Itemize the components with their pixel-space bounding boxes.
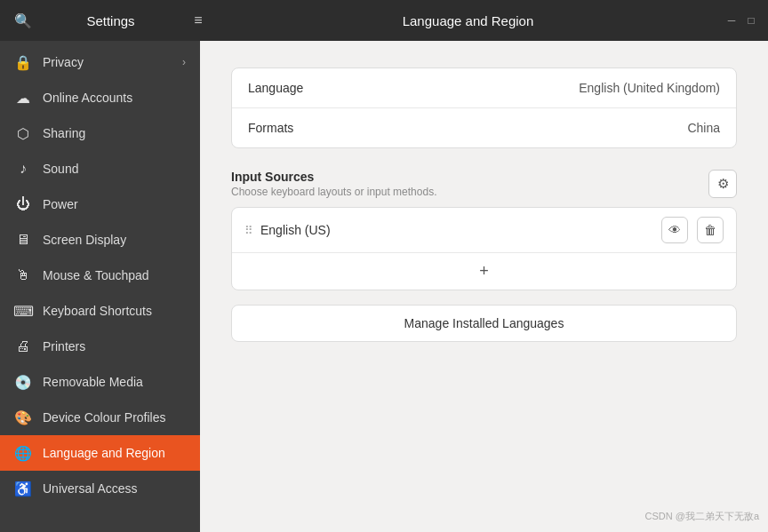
- app-title: Settings: [43, 13, 179, 28]
- privacy-icon: 🔒: [14, 53, 32, 71]
- removable-media-icon: 💿: [14, 373, 32, 391]
- chevron-right-icon: ›: [182, 56, 186, 68]
- delete-input-source-button[interactable]: 🗑: [697, 217, 724, 243]
- input-sources-gear-button[interactable]: ⚙: [708, 170, 737, 198]
- titlebar-center: Language and Region: [211, 13, 725, 28]
- formats-label: Formats: [248, 121, 687, 135]
- page-title: Language and Region: [403, 13, 534, 28]
- titlebar-right: ─ □: [725, 14, 757, 27]
- titlebar-left: 🔍 Settings ≡: [11, 8, 211, 33]
- gear-icon: ⚙: [717, 176, 729, 192]
- sidebar-item-universal-access[interactable]: ♿ Universal Access: [0, 471, 200, 506]
- sidebar-label-universal-access: Universal Access: [43, 481, 186, 496]
- sidebar-item-device-colour-profiles[interactable]: 🎨 Device Colour Profiles: [0, 400, 200, 435]
- input-source-row-english-us: ⠿ English (US) 👁 🗑: [232, 208, 736, 253]
- power-icon: ⏻: [14, 195, 32, 213]
- printers-icon: 🖨: [14, 337, 32, 355]
- language-value: English (United Kingdom): [579, 81, 720, 95]
- sidebar-item-online-accounts[interactable]: ☁ Online Accounts: [0, 80, 200, 115]
- online-accounts-icon: ☁: [14, 89, 32, 107]
- sidebar-label-power: Power: [43, 197, 186, 211]
- language-icon: 🌐: [14, 444, 32, 462]
- main-layout: 🔒 Privacy › ☁ Online Accounts ⬡ Sharing …: [0, 41, 768, 532]
- trash-icon: 🗑: [704, 223, 716, 237]
- language-formats-card: Language English (United Kingdom) Format…: [231, 67, 737, 148]
- sound-icon: ♪: [14, 160, 32, 178]
- add-input-source-button[interactable]: +: [232, 253, 736, 290]
- sidebar: 🔒 Privacy › ☁ Online Accounts ⬡ Sharing …: [0, 41, 200, 532]
- maximize-button[interactable]: □: [745, 14, 757, 27]
- eye-icon: 👁: [668, 223, 681, 237]
- sidebar-item-removable-media[interactable]: 💿 Removable Media: [0, 364, 200, 400]
- mouse-icon: 🖱: [14, 266, 32, 284]
- search-button[interactable]: 🔍: [11, 8, 36, 33]
- sidebar-item-power[interactable]: ⏻ Power: [0, 187, 200, 222]
- add-icon: +: [479, 262, 489, 281]
- input-sources-subtitle: Choose keyboard layouts or input methods…: [231, 186, 436, 198]
- sidebar-label-language-and-region: Language and Region: [43, 446, 186, 460]
- sidebar-item-privacy[interactable]: 🔒 Privacy ›: [0, 44, 200, 80]
- sidebar-label-mouse-touchpad: Mouse & Touchpad: [43, 268, 186, 282]
- input-sources-card: ⠿ English (US) 👁 🗑 +: [231, 207, 737, 290]
- input-sources-title: Input Sources: [231, 170, 436, 184]
- sidebar-item-language-and-region[interactable]: 🌐 Language and Region: [0, 435, 200, 471]
- sidebar-label-device-colour-profiles: Device Colour Profiles: [43, 410, 186, 425]
- input-sources-text: Input Sources Choose keyboard layouts or…: [231, 170, 436, 198]
- sidebar-label-removable-media: Removable Media: [43, 375, 186, 389]
- input-source-name: English (US): [260, 223, 652, 237]
- screen-display-icon: 🖥: [14, 231, 32, 249]
- search-icon: 🔍: [14, 12, 32, 29]
- universal-access-icon: ♿: [14, 480, 32, 497]
- sidebar-item-printers[interactable]: 🖨 Printers: [0, 329, 200, 364]
- sidebar-item-sound[interactable]: ♪ Sound: [0, 151, 200, 187]
- sidebar-label-screen-display: Screen Display: [43, 233, 186, 247]
- sidebar-label-online-accounts: Online Accounts: [43, 91, 186, 105]
- formats-row: Formats China: [232, 108, 736, 147]
- drag-handle-icon[interactable]: ⠿: [244, 224, 252, 237]
- keyboard-icon: ⌨: [14, 302, 32, 320]
- watermark: CSDN @我二弟天下无敌a: [644, 510, 759, 523]
- sidebar-label-keyboard-shortcuts: Keyboard Shortcuts: [43, 304, 186, 318]
- menu-icon: ≡: [194, 12, 202, 28]
- minimize-button[interactable]: ─: [725, 14, 738, 27]
- formats-value: China: [687, 121, 720, 135]
- content-area: Language English (United Kingdom) Format…: [200, 41, 768, 532]
- language-label: Language: [248, 81, 579, 95]
- manage-installed-languages-button[interactable]: Manage Installed Languages: [231, 305, 737, 342]
- sidebar-item-mouse-touchpad[interactable]: 🖱 Mouse & Touchpad: [0, 258, 200, 293]
- sidebar-item-screen-display[interactable]: 🖥 Screen Display: [0, 222, 200, 258]
- input-sources-header: Input Sources Choose keyboard layouts or…: [231, 170, 737, 198]
- sidebar-label-sharing: Sharing: [43, 126, 186, 140]
- sidebar-label-privacy: Privacy: [43, 55, 172, 69]
- language-row: Language English (United Kingdom): [232, 68, 736, 108]
- titlebar: 🔍 Settings ≡ Language and Region ─ □: [0, 0, 768, 41]
- device-colour-icon: 🎨: [14, 409, 32, 426]
- sidebar-label-printers: Printers: [43, 339, 186, 353]
- sidebar-label-sound: Sound: [43, 162, 186, 176]
- sharing-icon: ⬡: [14, 124, 32, 142]
- sidebar-item-sharing[interactable]: ⬡ Sharing: [0, 115, 200, 151]
- menu-button[interactable]: ≡: [186, 8, 211, 33]
- sidebar-item-keyboard-shortcuts[interactable]: ⌨ Keyboard Shortcuts: [0, 293, 200, 329]
- preview-button[interactable]: 👁: [661, 217, 688, 243]
